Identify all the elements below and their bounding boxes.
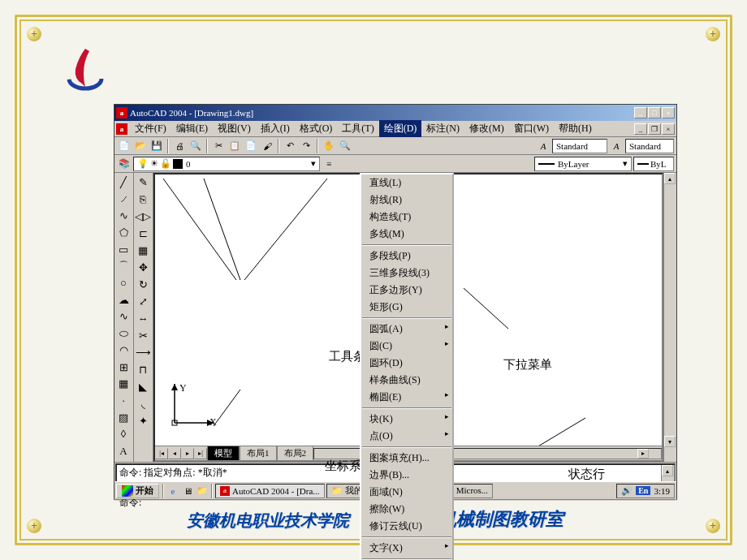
revcloud-icon[interactable]: ☁ (115, 292, 132, 308)
scroll-down-button[interactable]: ▾ (664, 436, 676, 447)
open-icon[interactable]: 📂 (133, 139, 148, 153)
menu-format[interactable]: 格式(O) (295, 120, 338, 137)
layer-combo[interactable]: 💡 ☀ 🔓 0 ▾ (133, 157, 320, 171)
dd-ellipse[interactable]: 椭圆(E) (361, 389, 452, 406)
print-icon[interactable]: 🖨 (172, 139, 187, 153)
color-combo[interactable]: ByLayer ▾ (534, 157, 632, 171)
pan-icon[interactable]: ✋ (322, 139, 336, 153)
undo-icon[interactable]: ↶ (283, 139, 297, 153)
line-icon[interactable]: ╱ (115, 174, 132, 191)
insert-icon[interactable]: ⊞ (115, 360, 132, 376)
dd-3dpoly[interactable]: 三维多段线(3) (361, 265, 452, 282)
maximize-button[interactable]: □ (648, 107, 661, 118)
pline-icon[interactable]: ∿ (115, 208, 132, 224)
arc-icon[interactable]: ⌒ (115, 259, 132, 275)
tab-layout1[interactable]: 布局1 (240, 446, 277, 461)
copy-obj-icon[interactable]: ⎘ (135, 192, 151, 208)
menu-file[interactable]: 文件(F) (130, 120, 171, 137)
dd-xline[interactable]: 构造线(T) (361, 209, 452, 226)
trim-icon[interactable]: ✂ (135, 328, 151, 344)
stretch-icon[interactable]: ↔ (135, 311, 151, 327)
array-icon[interactable]: ▦ (135, 243, 151, 259)
paste-icon[interactable]: 📄 (244, 139, 258, 153)
language-indicator[interactable]: En (636, 486, 650, 495)
menu-draw[interactable]: 绘图(D) (379, 120, 422, 137)
menu-tools[interactable]: 工具(T) (337, 120, 378, 137)
spline-icon[interactable]: ∿ (115, 309, 132, 325)
mdi-close-button[interactable]: × (662, 123, 675, 135)
dd-hatch[interactable]: 图案填充(H)... (361, 450, 452, 467)
task-autocad[interactable]: a AutoCAD 2004 - [Dra... (215, 484, 325, 498)
vscroll[interactable]: ▴ ▾ (663, 173, 676, 462)
tab-prev-button[interactable]: ◂ (168, 448, 181, 459)
layers-icon[interactable]: 📚 (117, 157, 132, 171)
menu-dim[interactable]: 标注(N) (421, 120, 464, 137)
tab-last-button[interactable]: ▸| (194, 448, 207, 459)
point-icon[interactable]: · (115, 393, 132, 409)
new-icon[interactable]: 📄 (117, 139, 132, 153)
dd-revcloud[interactable]: 修订云线(U) (361, 518, 452, 535)
text-style-combo[interactable]: Standard (552, 139, 607, 153)
desktop-icon[interactable]: 🖥 (180, 484, 195, 498)
mdi-restore-button[interactable]: ❐ (648, 123, 661, 135)
block-icon[interactable]: ▦ (115, 376, 132, 392)
redo-icon[interactable]: ↷ (299, 139, 313, 153)
dd-arc[interactable]: 圆弧(A) (361, 321, 452, 338)
ie-icon[interactable]: e (166, 484, 180, 498)
dim-style-combo[interactable]: Standard (625, 139, 674, 153)
circle-icon[interactable]: ○ (115, 275, 132, 291)
polygon-icon[interactable]: ⬠ (115, 225, 132, 241)
erase-icon[interactable]: ✎ (135, 174, 151, 191)
menu-view[interactable]: 视图(V) (213, 120, 256, 137)
break-icon[interactable]: ⊓ (135, 362, 151, 378)
scroll-up-button[interactable]: ▴ (664, 173, 676, 184)
close-button[interactable]: × (662, 107, 675, 118)
linetype-combo[interactable]: ByL (633, 157, 674, 171)
menu-window[interactable]: 窗口(W) (509, 120, 554, 137)
tab-first-button[interactable]: |◂ (155, 448, 168, 459)
xline-icon[interactable]: ⟋ (115, 192, 132, 208)
rotate-icon[interactable]: ↻ (135, 277, 151, 293)
dd-spline[interactable]: 样条曲线(S) (361, 372, 452, 389)
save-icon[interactable]: 💾 (149, 139, 164, 153)
layer-prev-icon[interactable]: ≡ (322, 157, 336, 171)
chamfer-icon[interactable]: ◣ (135, 379, 151, 395)
minimize-button[interactable]: _ (634, 107, 647, 118)
dd-point[interactable]: 点(O) (361, 428, 452, 445)
dd-circle[interactable]: 圆(C) (361, 338, 452, 355)
text-icon[interactable]: A (115, 443, 132, 459)
dd-region[interactable]: 面域(N) (361, 484, 452, 501)
mdi-icon[interactable]: a (116, 123, 127, 135)
titlebar[interactable]: a AutoCAD 2004 - [Drawing1.dwg] _ □ × (114, 105, 676, 121)
explode-icon[interactable]: ✦ (135, 413, 151, 429)
tab-layout2[interactable]: 布局2 (277, 446, 314, 461)
system-tray[interactable]: 🔊 En 3:19 (616, 484, 675, 498)
dim-style-icon[interactable]: A (609, 139, 624, 153)
dd-wipeout[interactable]: 擦除(W) (361, 501, 452, 518)
style-icon[interactable]: A (536, 139, 551, 153)
dd-polygon[interactable]: 正多边形(Y) (361, 282, 452, 299)
preview-icon[interactable]: 🔍 (188, 139, 203, 153)
dd-text[interactable]: 文字(X) (361, 540, 452, 557)
region-icon[interactable]: ◊ (115, 427, 132, 443)
dd-block[interactable]: 块(K) (361, 411, 452, 428)
rectangle-icon[interactable]: ▭ (115, 242, 132, 258)
menu-insert[interactable]: 插入(I) (256, 120, 295, 137)
volume-icon[interactable]: 🔊 (621, 485, 633, 496)
match-icon[interactable]: 🖌 (260, 139, 274, 153)
extend-icon[interactable]: ⟶ (135, 345, 151, 361)
dd-pline[interactable]: 多段线(P) (361, 248, 452, 265)
move-icon[interactable]: ✥ (135, 260, 151, 276)
dd-ray[interactable]: 射线(R) (361, 192, 452, 209)
menu-edit[interactable]: 编辑(E) (171, 120, 213, 137)
hatch-icon[interactable]: ▨ (115, 410, 132, 426)
cut-icon[interactable]: ✂ (211, 139, 226, 153)
dd-boundary[interactable]: 边界(B)... (361, 467, 452, 484)
offset-icon[interactable]: ⊏ (135, 226, 151, 242)
dd-donut[interactable]: 圆环(D) (361, 355, 452, 372)
dd-rectangle[interactable]: 矩形(G) (361, 299, 452, 316)
scale-icon[interactable]: ⤢ (135, 294, 151, 310)
menu-help[interactable]: 帮助(H) (554, 120, 597, 137)
copy-icon[interactable]: 📋 (227, 139, 242, 153)
mirror-icon[interactable]: ◁▷ (135, 209, 151, 225)
